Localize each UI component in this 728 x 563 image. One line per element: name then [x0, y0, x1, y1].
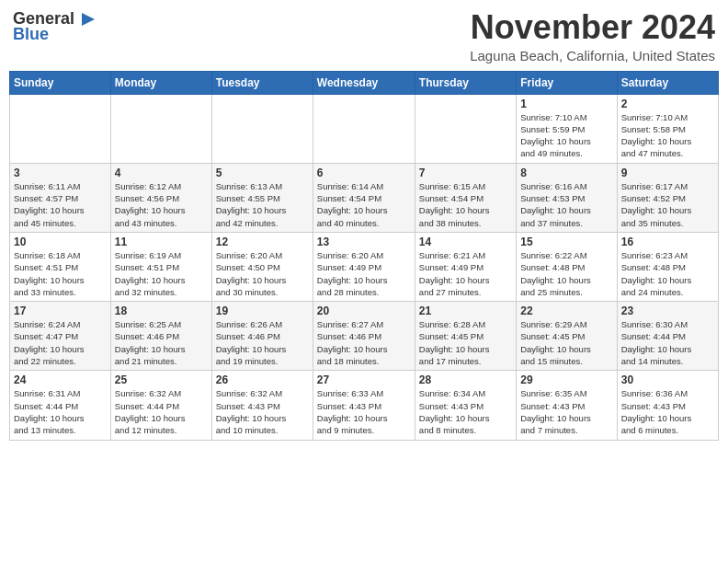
calendar-cell: 12Sunrise: 6:20 AMSunset: 4:50 PMDayligh…: [211, 232, 313, 301]
day-number: 3: [14, 167, 107, 179]
day-number: 8: [520, 167, 612, 179]
calendar-cell: 4Sunrise: 6:12 AMSunset: 4:56 PMDaylight…: [110, 163, 211, 232]
calendar-cell: [211, 94, 313, 163]
day-info: Sunrise: 6:25 AMSunset: 4:46 PMDaylight:…: [115, 318, 208, 367]
calendar-cell: 22Sunrise: 6:29 AMSunset: 4:45 PMDayligh…: [517, 302, 617, 371]
day-number: 23: [621, 304, 714, 317]
day-number: 29: [520, 373, 612, 386]
day-number: 30: [621, 373, 714, 386]
day-number: 21: [419, 304, 512, 317]
calendar-week-1: 1Sunrise: 7:10 AMSunset: 5:59 PMDaylight…: [10, 94, 719, 163]
day-info: Sunrise: 6:18 AMSunset: 4:51 PMDaylight:…: [14, 249, 107, 298]
day-info: Sunrise: 6:12 AMSunset: 4:56 PMDaylight:…: [115, 180, 208, 229]
calendar-cell: 6Sunrise: 6:14 AMSunset: 4:54 PMDaylight…: [313, 163, 415, 232]
calendar-cell: 21Sunrise: 6:28 AMSunset: 4:45 PMDayligh…: [415, 302, 516, 371]
day-info: Sunrise: 6:34 AMSunset: 4:43 PMDaylight:…: [419, 387, 512, 436]
day-number: 5: [216, 167, 309, 179]
day-info: Sunrise: 6:30 AMSunset: 4:44 PMDaylight:…: [621, 318, 714, 367]
day-info: Sunrise: 6:20 AMSunset: 4:50 PMDaylight:…: [216, 249, 309, 298]
day-number: 11: [115, 236, 208, 248]
day-number: 20: [317, 304, 411, 317]
day-number: 10: [14, 236, 107, 248]
day-info: Sunrise: 6:24 AMSunset: 4:47 PMDaylight:…: [14, 318, 107, 367]
day-info: Sunrise: 6:22 AMSunset: 4:48 PMDaylight:…: [520, 249, 612, 298]
day-number: 28: [419, 373, 512, 386]
day-info: Sunrise: 6:33 AMSunset: 4:43 PMDaylight:…: [317, 387, 411, 436]
day-info: Sunrise: 6:26 AMSunset: 4:46 PMDaylight:…: [216, 318, 309, 367]
weekday-header-monday: Monday: [110, 71, 211, 94]
calendar-cell: 27Sunrise: 6:33 AMSunset: 4:43 PMDayligh…: [313, 371, 415, 440]
day-info: Sunrise: 6:11 AMSunset: 4:57 PMDaylight:…: [14, 180, 107, 229]
calendar-cell: [415, 94, 516, 163]
day-number: 17: [14, 304, 107, 317]
weekday-header-thursday: Thursday: [415, 71, 516, 94]
calendar-cell: 8Sunrise: 6:16 AMSunset: 4:53 PMDaylight…: [517, 163, 617, 232]
weekday-header-saturday: Saturday: [617, 71, 718, 94]
weekday-header-wednesday: Wednesday: [313, 71, 415, 94]
calendar-cell: [110, 94, 211, 163]
day-info: Sunrise: 6:14 AMSunset: 4:54 PMDaylight:…: [317, 180, 411, 229]
calendar-cell: [313, 94, 415, 163]
calendar-header-row: SundayMondayTuesdayWednesdayThursdayFrid…: [10, 71, 719, 94]
day-number: 4: [115, 167, 208, 179]
day-number: 1: [520, 98, 612, 110]
day-number: 15: [520, 236, 612, 248]
page-header: General Blue November 2024 Laguna Beach,…: [9, 9, 719, 63]
calendar-cell: 25Sunrise: 6:32 AMSunset: 4:44 PMDayligh…: [110, 371, 211, 440]
calendar-week-4: 17Sunrise: 6:24 AMSunset: 4:47 PMDayligh…: [10, 302, 719, 371]
calendar-cell: 28Sunrise: 6:34 AMSunset: 4:43 PMDayligh…: [415, 371, 516, 440]
day-info: Sunrise: 6:19 AMSunset: 4:51 PMDaylight:…: [115, 249, 208, 298]
calendar-table: SundayMondayTuesdayWednesdayThursdayFrid…: [9, 71, 719, 441]
day-info: Sunrise: 6:16 AMSunset: 4:53 PMDaylight:…: [520, 180, 612, 229]
calendar-cell: 29Sunrise: 6:35 AMSunset: 4:43 PMDayligh…: [517, 371, 617, 440]
calendar-cell: 1Sunrise: 7:10 AMSunset: 5:59 PMDaylight…: [517, 94, 617, 163]
day-info: Sunrise: 6:17 AMSunset: 4:52 PMDaylight:…: [621, 180, 714, 229]
day-number: 16: [621, 236, 714, 248]
day-info: Sunrise: 6:28 AMSunset: 4:45 PMDaylight:…: [419, 318, 512, 367]
calendar-cell: 5Sunrise: 6:13 AMSunset: 4:55 PMDaylight…: [211, 163, 313, 232]
day-number: 22: [520, 304, 612, 317]
weekday-header-sunday: Sunday: [10, 71, 111, 94]
calendar-cell: 11Sunrise: 6:19 AMSunset: 4:51 PMDayligh…: [110, 232, 211, 301]
day-info: Sunrise: 7:10 AMSunset: 5:59 PMDaylight:…: [520, 111, 612, 160]
logo-blue-text: Blue: [13, 26, 49, 44]
weekday-header-tuesday: Tuesday: [211, 71, 313, 94]
day-info: Sunrise: 6:31 AMSunset: 4:44 PMDaylight:…: [14, 387, 107, 436]
calendar-cell: 16Sunrise: 6:23 AMSunset: 4:48 PMDayligh…: [617, 232, 718, 301]
svg-marker-0: [82, 13, 95, 26]
weekday-header-friday: Friday: [517, 71, 617, 94]
day-number: 18: [115, 304, 208, 317]
day-info: Sunrise: 6:32 AMSunset: 4:43 PMDaylight:…: [216, 387, 309, 436]
calendar-cell: 15Sunrise: 6:22 AMSunset: 4:48 PMDayligh…: [517, 232, 617, 301]
calendar-week-3: 10Sunrise: 6:18 AMSunset: 4:51 PMDayligh…: [10, 232, 719, 301]
logo: General Blue: [13, 9, 97, 44]
day-number: 12: [216, 236, 309, 248]
day-info: Sunrise: 6:27 AMSunset: 4:46 PMDaylight:…: [317, 318, 411, 367]
calendar-cell: 23Sunrise: 6:30 AMSunset: 4:44 PMDayligh…: [617, 302, 718, 371]
day-info: Sunrise: 6:21 AMSunset: 4:49 PMDaylight:…: [419, 249, 512, 298]
day-number: 2: [621, 98, 714, 110]
calendar-cell: 17Sunrise: 6:24 AMSunset: 4:47 PMDayligh…: [10, 302, 111, 371]
location-subtitle: Laguna Beach, California, United States: [470, 48, 715, 63]
calendar-cell: 7Sunrise: 6:15 AMSunset: 4:54 PMDaylight…: [415, 163, 516, 232]
calendar-cell: 10Sunrise: 6:18 AMSunset: 4:51 PMDayligh…: [10, 232, 111, 301]
day-number: 14: [419, 236, 512, 248]
calendar-cell: 3Sunrise: 6:11 AMSunset: 4:57 PMDaylight…: [10, 163, 111, 232]
day-info: Sunrise: 7:10 AMSunset: 5:58 PMDaylight:…: [621, 111, 714, 160]
day-number: 19: [216, 304, 309, 317]
day-info: Sunrise: 6:23 AMSunset: 4:48 PMDaylight:…: [621, 249, 714, 298]
calendar-week-2: 3Sunrise: 6:11 AMSunset: 4:57 PMDaylight…: [10, 163, 719, 232]
day-number: 27: [317, 373, 411, 386]
calendar-cell: 19Sunrise: 6:26 AMSunset: 4:46 PMDayligh…: [211, 302, 313, 371]
calendar-cell: 26Sunrise: 6:32 AMSunset: 4:43 PMDayligh…: [211, 371, 313, 440]
calendar-cell: 9Sunrise: 6:17 AMSunset: 4:52 PMDaylight…: [617, 163, 718, 232]
calendar-cell: 24Sunrise: 6:31 AMSunset: 4:44 PMDayligh…: [10, 371, 111, 440]
calendar-cell: 18Sunrise: 6:25 AMSunset: 4:46 PMDayligh…: [110, 302, 211, 371]
day-number: 25: [115, 373, 208, 386]
calendar-cell: 20Sunrise: 6:27 AMSunset: 4:46 PMDayligh…: [313, 302, 415, 371]
calendar-cell: 2Sunrise: 7:10 AMSunset: 5:58 PMDaylight…: [617, 94, 718, 163]
day-number: 7: [419, 167, 512, 179]
calendar-cell: [10, 94, 111, 163]
day-info: Sunrise: 6:15 AMSunset: 4:54 PMDaylight:…: [419, 180, 512, 229]
calendar-cell: 14Sunrise: 6:21 AMSunset: 4:49 PMDayligh…: [415, 232, 516, 301]
